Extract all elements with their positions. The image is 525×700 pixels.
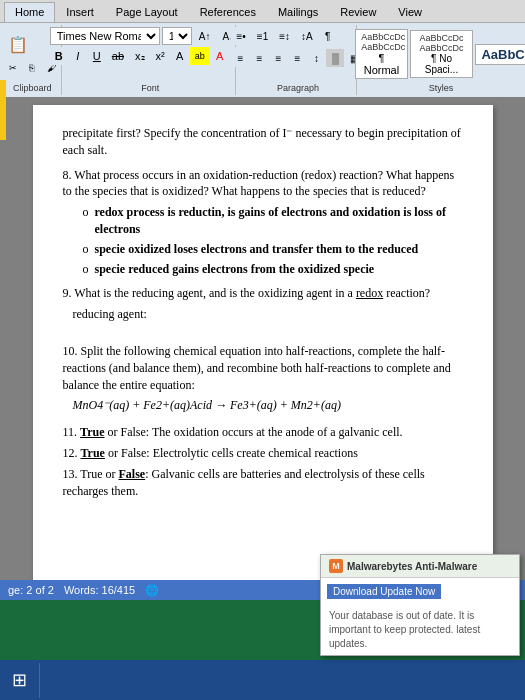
q10-equation: MnO4⁻(aq) + Fe2+(aq)Acid → Fe3+(aq) + Mn… [73,397,463,414]
font-label: Font [141,81,159,93]
paragraph-label: Paragraph [277,81,319,93]
malwarebytes-popup: M Malwarebytes Anti-Malware Download Upd… [320,554,520,656]
q8-bullet-3: o specie reduced gains electrons from th… [83,261,463,278]
paragraph-controls: ≡• ≡1 ≡↕ ↕A ¶ ≡ ≡ ≡ ≡ ↕ ▒ ▦ [231,27,364,67]
document-page: precipitate first? Specify the concentra… [33,105,493,580]
tab-page-layout[interactable]: Page Layout [105,2,189,22]
font-format-row: B I U ab x₂ x² A ab A 🧹 [50,47,251,65]
tab-review[interactable]: Review [329,2,387,22]
styles-area: AaBbCcDc AaBbCcDc ¶ Normal AaBbCcDc AaBb… [353,27,525,81]
font-group: Times New Roman 12 A↑ A↓ B I U ab x₂ x² … [66,25,236,95]
q9-heading: 9. What is the reducing agent, and is th… [63,286,431,300]
sort-button[interactable]: ↕A [296,27,318,45]
bullet-marker-3: o [83,261,89,278]
show-hide-button[interactable]: ¶ [319,27,337,45]
superscript-button[interactable]: x² [151,47,170,65]
style-nospacing-label: ¶ No Spaci... [416,53,468,75]
style-normal-button[interactable]: AaBbCcDc AaBbCcDc ¶ Normal [355,29,407,79]
q13-false: False [119,467,146,481]
bold-button[interactable]: B [50,47,68,65]
question-10: 10. Split the following chemical equatio… [63,343,463,393]
intro-text: precipitate first? Specify the concentra… [63,125,463,159]
styles-label: Styles [429,81,454,93]
tab-references[interactable]: References [189,2,267,22]
tab-insert[interactable]: Insert [55,2,105,22]
q12-false: False [121,446,146,460]
style-heading1-button[interactable]: AaBbC [475,44,525,65]
q10-heading: 10. Split the following chemical equatio… [63,344,451,392]
justify-button[interactable]: ≡ [288,49,306,67]
font-name-select[interactable]: Times New Roman [50,27,160,45]
style-nospacing-button[interactable]: AaBbCcDc AaBbCcDc ¶ No Spaci... [410,30,474,78]
q11-pre: 11. [63,425,81,439]
q12-true: True [81,446,105,460]
line-spacing-button[interactable]: ↕ [307,49,325,67]
multilevel-button[interactable]: ≡↕ [274,27,295,45]
align-center-button[interactable]: ≡ [250,49,268,67]
style-nospacing-mid: AaBbCcDc [416,43,468,53]
align-left-button[interactable]: ≡ [231,49,249,67]
q8-bullet-1-text: redox process is reductin, is gains of e… [95,204,463,238]
malware-icon: M [329,559,343,573]
highlight-button[interactable]: ab [190,47,210,65]
clipboard-label: Clipboard [13,81,52,93]
font-name-row: Times New Roman 12 A↑ A↓ [50,27,251,45]
style-normal-sublabel: AaBbCcDc [361,42,401,52]
font-size-select[interactable]: 12 [162,27,192,45]
text-effects-button[interactable]: A [171,47,189,65]
font-color-button[interactable]: A [211,47,229,65]
q11-false: False [121,425,146,439]
copy-button[interactable]: ⎘ [23,59,41,77]
tab-mailings[interactable]: Mailings [267,2,329,22]
grow-font-button[interactable]: A↑ [194,27,216,45]
subscript-button[interactable]: x₂ [130,47,150,65]
bullets-button[interactable]: ≡• [231,27,250,45]
malware-update-button[interactable]: Download Update Now [327,584,441,599]
malware-body-text: Your database is out of date. It is impo… [321,605,519,655]
q8-heading: 8. What process occurs in an oxidation-r… [63,168,455,199]
malware-header: M Malwarebytes Anti-Malware [321,555,519,578]
tab-home[interactable]: Home [4,2,55,23]
question-11: 11. True or False: The oxidation occurs … [63,424,463,441]
question-13: 13. True or False: Galvanic cells are ba… [63,466,463,500]
q9-answer-text: reducing agent: [73,307,147,321]
font-controls: Times New Roman 12 A↑ A↓ B I U ab x₂ x² … [50,27,251,65]
q12-rest: Electrolytic cells create chemical react… [150,446,358,460]
ribbon-tabs: Home Insert Page Layout References Maili… [0,0,525,22]
q8-bullet-2: o specie oxidized loses electrons and tr… [83,241,463,258]
underline-button[interactable]: U [88,47,106,65]
question-9: 9. What is the reducing agent, and is th… [63,285,463,302]
malware-title: Malwarebytes Anti-Malware [347,561,477,572]
numbering-button[interactable]: ≡1 [252,27,273,45]
q8-bullet-2-text: specie oxidized loses electrons and tran… [95,241,419,258]
paste-button[interactable]: 📋 [4,32,32,58]
q10-equation-text: MnO4⁻(aq) + Fe2+(aq)Acid → Fe3+(aq) + Mn… [73,398,341,412]
page-info: ge: 2 of 2 [8,584,54,596]
document-area: precipitate first? Specify the concentra… [0,97,525,580]
style-nospacing-top: AaBbCcDc [416,33,468,43]
q11-true: True [80,425,104,439]
style-heading1-text: AaBbC [481,47,524,62]
italic-button[interactable]: I [69,47,87,65]
cut-button[interactable]: ✂ [4,59,22,77]
strikethrough-button[interactable]: ab [107,47,129,65]
q11-rest: The oxidation occurs at the anode of a g… [149,425,402,439]
bullet-marker-2: o [83,241,89,258]
q8-bullet-1: o redox process is reductin, is gains of… [83,204,463,238]
bullet-marker-1: o [83,204,89,238]
shading-button[interactable]: ▒ [326,49,344,67]
style-normal-text: ¶ Normal [361,52,401,76]
left-accent-bar [0,80,6,140]
align-right-button[interactable]: ≡ [269,49,287,67]
q13-pre: 13. True or [63,467,119,481]
word-count: Words: 16/415 [64,584,135,596]
word-window: Home Insert Page Layout References Maili… [0,0,525,600]
start-button[interactable]: ⊞ [0,663,40,698]
tab-view[interactable]: View [387,2,433,22]
intro-content: precipitate first? Specify the concentra… [63,126,461,157]
q8-bullet-3-text: specie reduced gains electrons from the … [95,261,375,278]
q12-pre: 12. [63,446,81,460]
language-indicator: 🌐 [145,584,159,597]
q11-middle: or [105,425,121,439]
paragraph-group: ≡• ≡1 ≡↕ ↕A ¶ ≡ ≡ ≡ ≡ ↕ ▒ ▦ Paragraph [240,25,357,95]
